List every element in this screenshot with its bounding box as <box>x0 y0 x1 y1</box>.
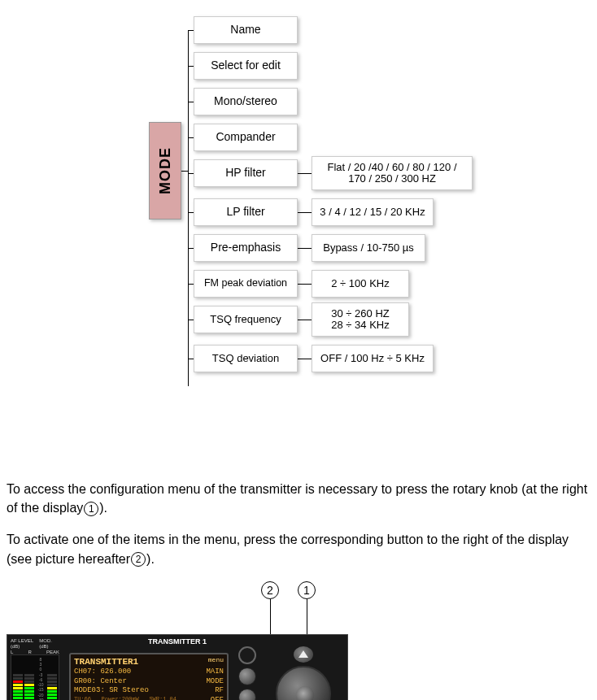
value-fm-peak-deviation: 2 ÷ 100 KHz <box>312 270 409 298</box>
rotary-knob[interactable] <box>276 666 331 700</box>
knob-area: PUSH TO SELECT <box>264 646 342 700</box>
menu-item-select-for-edit: Select for edit <box>194 52 298 80</box>
menu-item-mono-stereo: Mono/stereo <box>194 88 298 115</box>
menu-button-1[interactable] <box>238 667 256 685</box>
up-triangle-button[interactable] <box>294 646 313 663</box>
paragraph-1: To access the configuration menu of the … <box>7 480 590 517</box>
value-hp-filter: Flat / 20 /40 / 60 / 80 / 120 / 170 / 25… <box>312 156 473 190</box>
value-pre-emphasis: Bypass / 10-750 µs <box>312 234 425 262</box>
value-lp-filter: 3 / 4 / 12 / 15 / 20 KHz <box>312 198 434 226</box>
value-tsq-frequency: 30 ÷ 260 HZ 28 ÷ 34 KHz <box>312 302 409 337</box>
paragraph-2: To activate one of the items in the menu… <box>7 530 590 567</box>
mode-root-label: MODE <box>157 147 174 194</box>
menu-buttons-column <box>238 646 256 700</box>
circled-one-inline: 1 <box>84 502 98 516</box>
mode-diagram: MODE Name Select for edit Mono/stereo Co… <box>149 16 490 407</box>
menu-item-tsq-frequency: TSQ frequency <box>194 306 298 333</box>
meter-header: AF LEVEL (dB)MOD. (dB) LRPEAK <box>11 638 59 656</box>
mode-root-box: MODE <box>149 122 181 220</box>
body-text: To access the configuration menu of the … <box>7 480 590 568</box>
callout-two: 2 <box>261 581 279 599</box>
transmitter-device: TRANSMITTER 1 AF LEVEL (dB)MOD. (dB) LRP… <box>7 634 348 700</box>
menu-item-compander: Compander <box>194 124 298 151</box>
menu-item-name: Name <box>194 16 298 44</box>
callout-one: 1 <box>298 581 316 599</box>
menu-item-fm-peak-deviation: FM peak deviation <box>194 270 298 298</box>
value-tsq-deviation: OFF / 100 Hz ÷ 5 KHz <box>312 345 434 372</box>
menu-button-2[interactable] <box>238 689 256 700</box>
menu-item-pre-emphasis: Pre-emphasis <box>194 234 298 262</box>
circled-two-inline: 2 <box>131 552 146 567</box>
menu-item-hp-filter: HP filter <box>194 159 298 187</box>
menu-item-tsq-deviation: TSQ deviation <box>194 345 298 372</box>
menu-button-top-hollow[interactable] <box>238 646 256 664</box>
device-figure: 2 1 TRANSMITTER 1 AF LEVEL (dB)MOD. (dB)… <box>7 581 590 700</box>
level-meters: 8 3 0 -3 -6 -10 -15 -20 -30 <box>11 654 59 700</box>
lcd-display: TRANSMITTER1menu CH07: 626.000MAIN GR00:… <box>69 653 229 700</box>
menu-item-lp-filter: LP filter <box>194 198 298 226</box>
